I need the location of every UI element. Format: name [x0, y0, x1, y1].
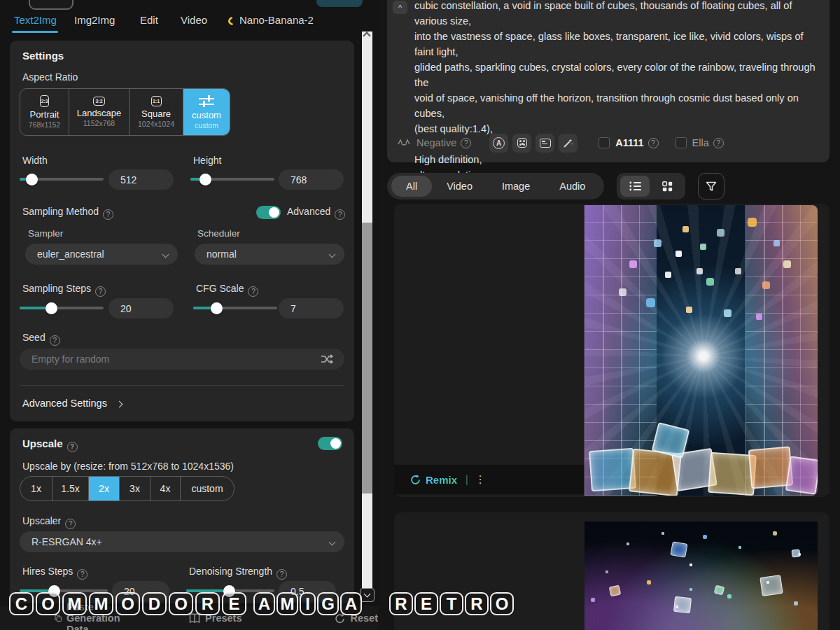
help-icon[interactable]: ?	[335, 209, 345, 220]
a1111-label: A1111	[615, 137, 643, 148]
ratio-1-1-icon: 1:1	[151, 96, 162, 106]
shuffle-icon[interactable]	[321, 354, 333, 364]
generated-image-cubes-tunnel[interactable]	[584, 205, 818, 496]
filter-tab-video[interactable]: Video	[432, 176, 487, 197]
filter-tab-image[interactable]: Image	[487, 176, 545, 197]
mode-tabbar: Text2Img Img2Img Edit Video Nano-Banana-…	[0, 0, 362, 39]
help-icon[interactable]: ?	[276, 569, 287, 580]
scheduler-dropdown[interactable]: normal	[195, 244, 344, 265]
random-prompt-button[interactable]	[512, 134, 531, 153]
generation-result-card[interactable]: Remix | ⋮	[394, 204, 830, 497]
hires-steps-value[interactable]: 20	[112, 581, 169, 601]
a1111-checkbox[interactable]	[598, 137, 610, 148]
denoising-slider[interactable]	[186, 585, 274, 596]
aspect-option-landscape[interactable]: 3:2 Landscape 1152x768	[69, 89, 130, 135]
negative-label[interactable]: Negative	[416, 137, 456, 148]
reset-button[interactable]: Reset	[335, 612, 379, 624]
list-view-icon	[629, 181, 641, 191]
aspect-label: Portrait	[30, 109, 59, 120]
divider-pipe: |	[465, 474, 468, 485]
help-icon[interactable]: ?	[103, 209, 113, 220]
cube-tunnel-art	[584, 205, 818, 496]
help-icon[interactable]: ?	[248, 286, 258, 297]
aspect-option-square[interactable]: 1:1 Square 1024x1024	[130, 89, 183, 135]
upscale-subtitle: Upscale by (resize: from 512x768 to 1024…	[22, 461, 234, 472]
filter-tab-audio[interactable]: Audio	[545, 176, 600, 197]
prompt-and-gallery-panel: ^ cubic constellation, a void in space b…	[378, 0, 840, 630]
help-icon[interactable]: ?	[50, 335, 60, 346]
ella-checkbox[interactable]	[676, 137, 687, 148]
scale-3x[interactable]: 3x	[120, 477, 150, 500]
generated-image-cubes-space[interactable]	[584, 522, 818, 630]
help-icon[interactable]: ?	[461, 138, 471, 148]
tab-text2img[interactable]: Text2Img	[14, 14, 57, 26]
aspect-option-portrait[interactable]: 2:3 Portrait 768x1152	[20, 89, 69, 135]
filter-tab-all[interactable]: All	[391, 176, 432, 197]
grid-view-button[interactable]	[652, 176, 682, 197]
help-icon[interactable]: ?	[648, 138, 659, 148]
negative-row: Negative ? A A1111 ? Ella	[387, 130, 830, 155]
collapsed-top-button[interactable]	[29, 0, 74, 10]
grid-view-icon	[662, 181, 673, 192]
list-view-button[interactable]	[620, 176, 650, 197]
help-icon[interactable]: ?	[77, 569, 88, 580]
advanced-settings-link[interactable]: Advanced Settings	[22, 398, 122, 409]
help-icon[interactable]: ?	[95, 286, 106, 297]
tab-video[interactable]: Video	[181, 14, 207, 26]
dice-icon	[517, 138, 527, 148]
denoising-value[interactable]: 0.5	[279, 581, 336, 601]
left-bottom-actionbar: Paste Generation Data Presets Reset	[0, 606, 378, 630]
scrollbar-thumb[interactable]	[362, 223, 372, 493]
width-slider[interactable]	[20, 174, 104, 185]
presets-button[interactable]: Presets	[189, 612, 241, 624]
generation-result-card[interactable]	[394, 512, 830, 630]
paste-icon	[55, 612, 62, 624]
magic-wand-icon	[563, 138, 573, 148]
generation-settings-panel: Text2Img Img2Img Edit Video Nano-Banana-…	[0, 0, 378, 630]
sampling-steps-slider[interactable]	[20, 302, 104, 314]
help-icon[interactable]: ?	[67, 442, 78, 452]
scale-1x[interactable]: 1x	[20, 477, 52, 500]
upscaler-dropdown[interactable]: R-ESRGAN 4x+	[20, 531, 344, 552]
advanced-toggle[interactable]	[256, 206, 281, 219]
help-icon[interactable]: ?	[713, 138, 724, 148]
width-value[interactable]: 512	[108, 169, 174, 190]
negative-cat-icon	[397, 139, 411, 147]
aspect-sub: 1152x768	[83, 119, 115, 127]
aspect-option-custom[interactable]: custom custom	[183, 89, 230, 135]
left-panel-scrollbar[interactable]	[362, 31, 372, 602]
remix-row: Remix | ⋮	[394, 465, 584, 494]
cfg-scale-slider[interactable]	[193, 302, 277, 314]
scale-4x[interactable]: 4x	[150, 477, 181, 500]
collapse-prompt-button[interactable]: ^	[393, 1, 407, 14]
help-icon[interactable]: ?	[65, 519, 76, 529]
chevron-right-icon	[116, 401, 123, 408]
prompt-library-button[interactable]	[536, 134, 554, 153]
seed-input[interactable]	[20, 349, 344, 370]
upscale-toggle[interactable]	[318, 437, 342, 450]
height-slider[interactable]	[190, 174, 274, 185]
cube-space-art	[584, 522, 818, 630]
cfg-scale-value[interactable]: 7	[279, 298, 344, 318]
scrollbar-down-arrow[interactable]	[360, 588, 374, 602]
magic-prompt-button[interactable]	[559, 134, 578, 153]
paste-generation-data-button[interactable]: Paste Generation Data	[55, 601, 134, 630]
sampling-steps-value[interactable]: 20	[108, 298, 174, 318]
upscale-title: Upscale?	[22, 438, 78, 452]
remix-button[interactable]: Remix	[426, 474, 457, 486]
tab-nano-banana[interactable]: Nano-Banana-2	[228, 14, 314, 26]
sampler-dropdown[interactable]: euler_ancestral	[25, 244, 178, 265]
filter-funnel-button[interactable]	[698, 173, 724, 200]
scale-2x[interactable]: 2x	[89, 477, 120, 500]
save-button-partial[interactable]	[316, 0, 363, 7]
height-value[interactable]: 768	[279, 169, 344, 190]
tab-img2img[interactable]: Img2Img	[74, 14, 115, 26]
tab-edit[interactable]: Edit	[140, 14, 158, 26]
hires-steps-slider[interactable]	[20, 585, 108, 596]
auto-translate-button[interactable]: A	[489, 134, 508, 153]
seed-label: Seed?	[22, 332, 60, 346]
scrollbar-up-arrow[interactable]	[363, 31, 370, 39]
scale-custom[interactable]: custom	[181, 477, 234, 500]
more-options-button[interactable]: ⋮	[475, 473, 486, 486]
scale-1-5x[interactable]: 1.5x	[52, 477, 89, 500]
